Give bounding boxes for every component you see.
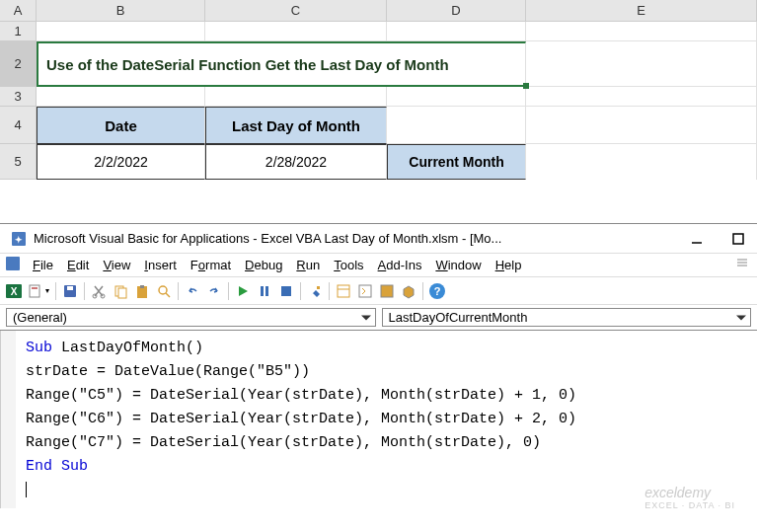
toolbox-icon[interactable] [399,281,418,301]
svg-rect-23 [265,286,268,296]
procedure-bar: (General) LastDayOfCurrentMonth [0,305,757,331]
cell-current-month[interactable]: Current Month [387,144,526,180]
col-header-c[interactable]: C [205,0,387,21]
design-mode-icon[interactable] [305,281,325,301]
maximize-button[interactable] [731,232,745,246]
svg-rect-19 [140,285,144,288]
resize-icon[interactable] [735,257,749,273]
svg-point-20 [159,286,167,294]
procedure-dropdown[interactable]: LastDayOfCurrentMonth [382,308,752,327]
col-header-b[interactable]: B [37,0,205,21]
svg-rect-24 [281,286,291,296]
menu-debug[interactable]: Debug [238,256,289,274]
table-header-last-day[interactable]: Last Day of Month [205,107,387,144]
svg-text:✦: ✦ [15,235,23,245]
svg-rect-25 [317,286,320,289]
svg-rect-26 [338,285,349,297]
col-header-a[interactable]: A [0,0,37,21]
row-header-5[interactable]: 5 [0,144,37,180]
code-line-4: Range("C6") = DateSerial(Year(strDate), … [20,408,753,431]
menu-run[interactable]: Run [289,256,327,274]
text-cursor [26,482,27,497]
keyword-end-sub: End Sub [26,458,88,475]
column-headers: A B C D E [0,0,757,22]
col-header-e[interactable]: E [526,0,757,21]
menu-window[interactable]: Window [428,256,488,274]
cell-date-value[interactable]: 2/2/2022 [37,144,205,180]
run-icon[interactable] [233,281,253,301]
menu-file[interactable]: File [26,256,60,274]
watermark: exceldemy EXCEL · DATA · BI [644,485,735,510]
vba-window-title: Microsoft Visual Basic for Applications … [34,231,690,246]
code-line-5: Range("C7") = DateSerial(Year(strDate), … [20,431,753,455]
svg-rect-22 [261,286,264,296]
row-header-3[interactable]: 3 [0,87,37,107]
svg-rect-13 [67,286,73,290]
minimize-button[interactable] [690,232,704,246]
excel-sheet: A B C D E 1 2 Use of the DateSerial Func… [0,0,757,180]
svg-rect-11 [32,287,38,289]
object-dropdown[interactable]: (General) [6,308,376,327]
stop-icon[interactable] [276,281,296,301]
help-icon[interactable]: ? [427,281,447,301]
excel-icon[interactable]: X [4,281,24,301]
vba-editor-window: ✦ Microsoft Visual Basic for Application… [0,223,757,508]
cell-last-day-value[interactable]: 2/28/2022 [205,144,387,180]
svg-rect-17 [118,288,126,298]
properties-icon[interactable] [355,281,375,301]
menu-format[interactable]: Format [184,256,238,274]
vba-app-icon: ✦ [10,230,28,248]
table-header-date[interactable]: Date [37,107,205,144]
menu-insert[interactable]: Insert [137,256,184,274]
menu-view[interactable]: View [96,256,137,274]
vba-toolbar: X ▾ ? [0,277,757,305]
title-cell[interactable]: Use of the DateSerial Function Get the L… [37,41,526,87]
menu-edit[interactable]: Edit [60,256,96,274]
vba-menu-icon [5,256,23,274]
project-explorer-icon[interactable] [334,281,353,301]
code-editor[interactable]: Sub LastDayOfMonth() strDate = DateValue… [0,331,757,508]
insert-module-icon[interactable] [26,281,45,301]
row-header-4[interactable]: 4 [0,107,37,144]
cut-icon[interactable] [89,281,109,301]
menu-help[interactable]: Help [489,256,529,274]
vba-titlebar[interactable]: ✦ Microsoft Visual Basic for Application… [0,224,757,254]
object-browser-icon[interactable] [377,281,397,301]
paste-icon[interactable] [132,281,152,301]
svg-rect-3 [733,234,743,244]
svg-text:X: X [11,286,18,297]
copy-icon[interactable] [111,281,130,301]
code-line-2: strDate = DateValue(Range("B5")) [20,360,753,384]
row-header-1[interactable]: 1 [0,22,37,41]
svg-line-21 [166,293,170,297]
dropdown-arrow-icon[interactable]: ▾ [45,286,49,295]
save-icon[interactable] [60,281,80,301]
svg-rect-4 [6,257,20,270]
pause-icon[interactable] [255,281,274,301]
svg-rect-29 [381,285,393,297]
vba-menubar: File Edit View Insert Format Debug Run T… [0,254,757,277]
row-header-2[interactable]: 2 [0,41,37,87]
find-icon[interactable] [154,281,174,301]
menu-addins[interactable]: Add-Ins [371,256,429,274]
code-line-3: Range("C5") = DateSerial(Year(strDate), … [20,384,753,408]
svg-rect-10 [30,285,39,297]
undo-icon[interactable] [183,281,202,301]
keyword-sub: Sub [26,340,52,356]
svg-text:?: ? [434,285,441,297]
col-header-d[interactable]: D [387,0,526,21]
redo-icon[interactable] [204,281,224,301]
menu-tools[interactable]: Tools [327,256,370,274]
